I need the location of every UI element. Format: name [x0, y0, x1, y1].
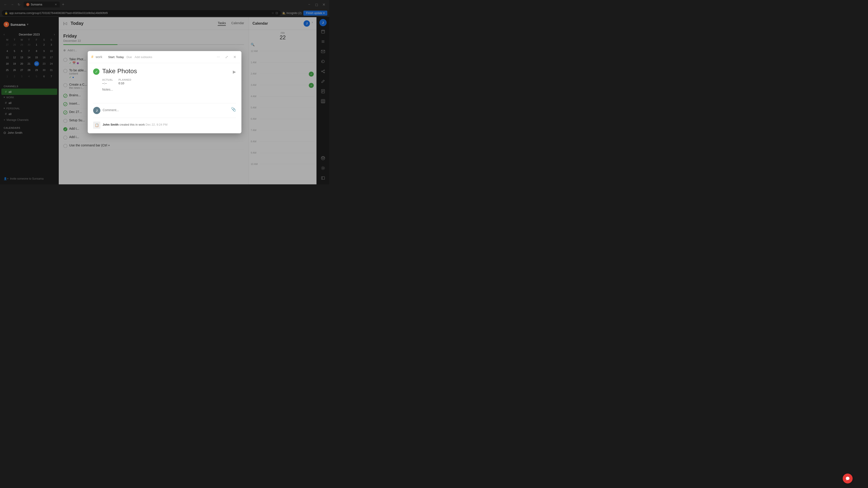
- planned-time-col: PLANNED 0:10: [119, 78, 131, 85]
- attach-button[interactable]: 📎: [231, 107, 236, 112]
- activity-text: John Smith created this in work Dec 22, …: [103, 122, 167, 126]
- modal-meta: Start: Today Due Add subtasks: [108, 55, 152, 59]
- actual-time-col: ACTUAL --:--: [102, 78, 113, 85]
- comment-input[interactable]: [103, 107, 229, 113]
- expand-button[interactable]: ⤢: [223, 54, 230, 60]
- activity-timestamp: Dec 22, 9:24 PM: [146, 123, 167, 126]
- close-modal-button[interactable]: ✕: [231, 54, 238, 60]
- modal-overlay[interactable]: # work Start: Today Due Add subtasks ···…: [0, 0, 329, 184]
- activity-author: John Smith: [103, 123, 119, 126]
- modal-task-title[interactable]: Take Photos: [102, 68, 230, 75]
- modal-body: ✓ Take Photos ▶ ACTUAL --:-- PLANNED 0:1…: [88, 63, 241, 133]
- modal-comment-row: J 📎: [93, 107, 236, 114]
- more-options-button[interactable]: ···: [215, 54, 221, 60]
- activity-icon: 📋: [93, 122, 100, 129]
- channel-hash-icon: #: [91, 55, 93, 59]
- modal-time-section: ACTUAL --:-- PLANNED 0:10: [102, 78, 236, 85]
- actual-label: ACTUAL: [102, 78, 113, 81]
- notes-input[interactable]: [102, 88, 236, 98]
- task-complete-button[interactable]: ✓: [93, 68, 99, 75]
- modal-header: # work Start: Today Due Add subtasks ···…: [88, 51, 241, 63]
- modal-divider: [93, 103, 236, 103]
- play-timer-button[interactable]: ▶: [233, 69, 236, 74]
- planned-label: PLANNED: [119, 78, 131, 81]
- task-modal: # work Start: Today Due Add subtasks ···…: [88, 51, 241, 133]
- modal-add-subtasks-button[interactable]: Add subtasks: [135, 55, 152, 59]
- modal-notes: [102, 88, 236, 99]
- modal-channel-name[interactable]: work: [96, 55, 102, 59]
- start-label: Start:: [108, 55, 115, 59]
- planned-value: 0:10: [119, 82, 131, 85]
- modal-header-icons: ··· ⤢ ✕: [215, 54, 238, 60]
- actual-value: --:--: [102, 82, 113, 85]
- modal-start-date[interactable]: Start: Today: [108, 55, 124, 59]
- comment-avatar: J: [93, 107, 100, 114]
- modal-title-row: ✓ Take Photos ▶: [93, 68, 236, 75]
- modal-activity: 📋 John Smith created this in work Dec 22…: [93, 122, 236, 129]
- modal-due-date[interactable]: Due: [127, 55, 132, 59]
- activity-action: created this in work: [119, 123, 146, 126]
- start-value: Today: [116, 55, 124, 59]
